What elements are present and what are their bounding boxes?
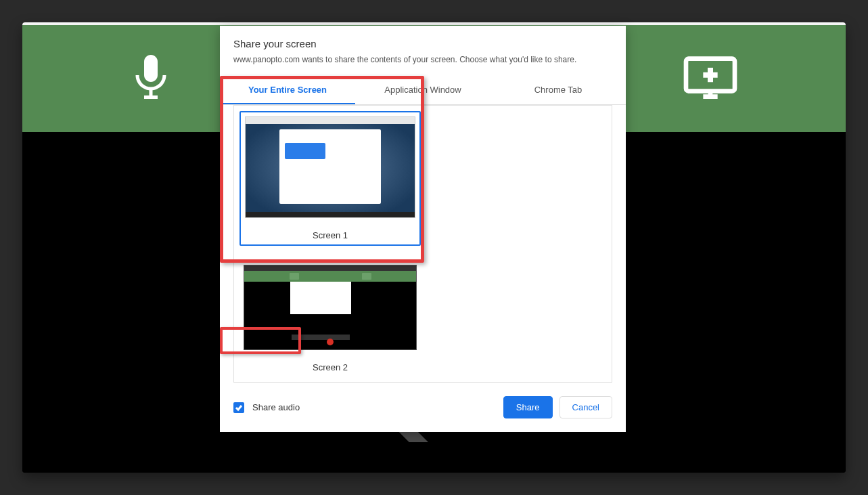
dialog-subtitle: www.panopto.com wants to share the conte… xyxy=(233,55,612,64)
screens-list: Screen 1 Screen 2 xyxy=(233,105,612,383)
screen-2-thumbnail xyxy=(244,265,417,350)
dialog-title: Share your screen xyxy=(233,38,612,49)
screen-option-1[interactable]: Screen 1 xyxy=(239,111,421,246)
share-audio-checkbox[interactable] xyxy=(233,402,244,413)
share-audio-option[interactable]: Share audio xyxy=(233,402,300,413)
share-button[interactable]: Share xyxy=(503,396,553,418)
checkmark-icon xyxy=(235,404,243,412)
share-screen-dialog: Share your screen www.panopto.com wants … xyxy=(220,26,626,432)
dialog-footer: Share audio Share Cancel xyxy=(220,383,626,432)
dialog-header: Share your screen www.panopto.com wants … xyxy=(220,26,626,71)
microphone-icon xyxy=(131,55,171,102)
add-screen-icon[interactable] xyxy=(683,55,737,102)
cancel-button[interactable]: Cancel xyxy=(559,396,612,418)
footer-buttons: Share Cancel xyxy=(503,396,612,418)
screen-1-thumbnail xyxy=(245,116,415,218)
share-audio-label: Share audio xyxy=(252,402,300,412)
screen-2-label: Screen 2 xyxy=(244,362,417,372)
share-tabs: Your Entire Screen Application Window Ch… xyxy=(220,77,626,105)
tab-entire-screen[interactable]: Your Entire Screen xyxy=(220,77,355,104)
tab-application-window[interactable]: Application Window xyxy=(355,77,490,104)
tab-chrome-tab[interactable]: Chrome Tab xyxy=(490,77,626,104)
screen-1-label: Screen 1 xyxy=(245,230,415,240)
screen-option-2[interactable]: Screen 2 xyxy=(239,255,421,376)
